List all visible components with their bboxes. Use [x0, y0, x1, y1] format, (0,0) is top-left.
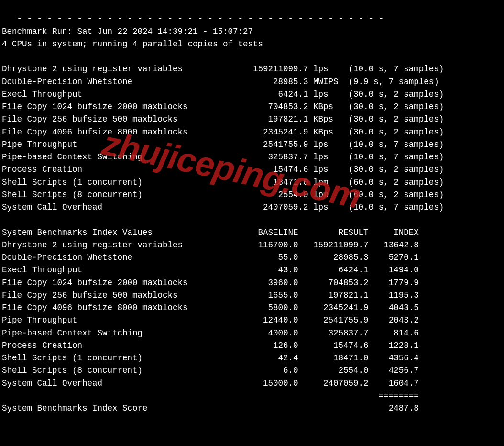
terminal-output: - - - - - - - - - - - - - - - - - - - - … — [0, 0, 504, 437]
tests-block: Dhrystone 2 using register variables 159… — [2, 64, 444, 212]
score-line: System Benchmarks Index Score 2487.8 — [2, 403, 419, 413]
score-underline: ======== — [2, 391, 419, 401]
benchmark-run-line: Benchmark Run: Sat Jun 22 2024 14:39:21 … — [2, 27, 253, 36]
separator-line: - - - - - - - - - - - - - - - - - - - - … — [2, 14, 383, 23]
index-block: Dhrystone 2 using register variables 116… — [2, 240, 419, 388]
index-header: System Benchmarks Index Values BASELINE … — [2, 228, 419, 237]
cpu-line: 4 CPUs in system; running 4 parallel cop… — [2, 39, 263, 49]
